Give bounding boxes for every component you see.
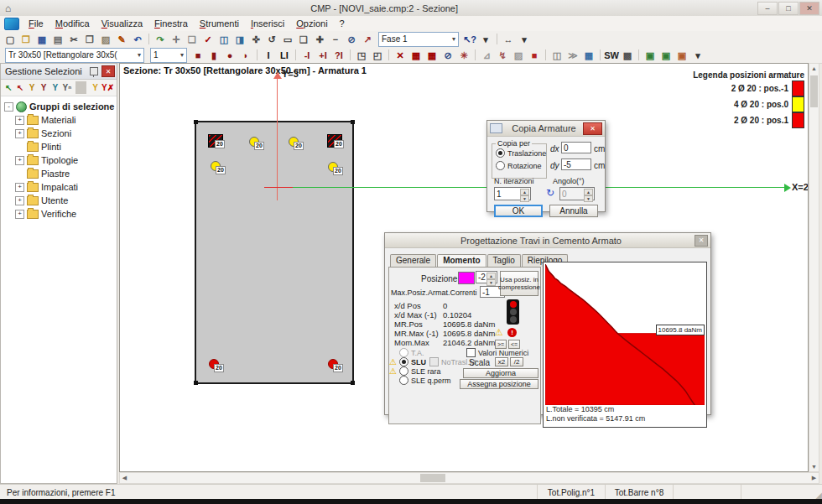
separator[interactable] [600, 49, 601, 60]
rebar[interactable]: 20 [289, 137, 299, 147]
context-help-icon[interactable]: ↖? [462, 33, 477, 46]
dimension-icon[interactable]: ↔ [501, 33, 516, 46]
stirrup2-icon[interactable]: ▦ [424, 49, 440, 62]
panel-close-button[interactable]: ✕ [101, 65, 115, 77]
beam-li-icon[interactable]: LI [277, 49, 292, 62]
rectangle-icon[interactable]: ▭ [280, 33, 295, 46]
radio-icon[interactable] [399, 366, 408, 376]
tree-item[interactable]: + Verifiche [4, 207, 117, 221]
inv-selection-icon[interactable]: Y [50, 81, 61, 94]
spin-down-icon[interactable]: ▼ [486, 279, 496, 286]
fase-select[interactable]: Fase 1 ▾ [378, 32, 459, 47]
valori-numerici-checkbox[interactable]: Valori Numerici [466, 348, 528, 357]
tab[interactable]: Generale [390, 254, 436, 267]
tree-toggle[interactable]: + [15, 183, 24, 192]
scroll-up-icon[interactable]: ▲ [809, 64, 819, 73]
close-icon[interactable]: ✕ [695, 235, 708, 247]
sub-selection-icon[interactable]: Y [39, 81, 49, 94]
query-rebar-icon[interactable]: ?I [331, 49, 346, 62]
zoom-in-icon[interactable]: ✚ [312, 33, 327, 46]
posizione-color-swatch[interactable] [458, 272, 475, 284]
section-poly-icon[interactable]: ◗ [238, 49, 253, 62]
separator[interactable] [497, 34, 497, 44]
remove-rebar-icon[interactable]: -I [299, 49, 315, 62]
dropdown-arrow-icon[interactable]: ▾ [478, 33, 493, 46]
scala-div2-button[interactable]: /2 [510, 357, 523, 366]
tree-item[interactable]: + Materiali [4, 113, 117, 127]
add-selection-icon[interactable]: ↖ [15, 81, 26, 94]
radio-slu[interactable]: SLU [399, 357, 426, 366]
menu-item[interactable]: Opzioni [290, 18, 333, 30]
menu-item[interactable]: Visualizza [96, 18, 148, 30]
radio-icon[interactable] [399, 357, 408, 366]
measure-icon[interactable]: ⊘ [344, 33, 359, 46]
save-icon[interactable]: ▦ [34, 33, 49, 46]
separator[interactable] [475, 49, 476, 60]
radio-rotazione[interactable]: Rotazione [496, 161, 542, 170]
radio-traslazione[interactable]: Traslazione [496, 148, 546, 158]
tree-toggle[interactable] [15, 169, 24, 179]
clear-filter-icon[interactable]: Y✗ [101, 81, 114, 94]
angolo-spinner[interactable]: 0 ▲▼ [559, 187, 595, 200]
beam-i-icon[interactable]: I [261, 49, 276, 62]
tree-item[interactable]: Plinti [4, 140, 117, 153]
menu-item[interactable]: Inserisci [245, 18, 290, 30]
annulla-button[interactable]: Annulla [549, 205, 598, 217]
frame-red-icon[interactable]: ▣ [674, 49, 689, 62]
spin-up-icon[interactable]: ▲ [520, 189, 529, 195]
separator[interactable] [295, 49, 296, 60]
radio-icon[interactable] [496, 148, 505, 158]
dialog-titlebar[interactable]: Copia Armature ✕ [487, 121, 605, 137]
menu-item[interactable]: Finestra [148, 18, 194, 30]
corner-handle[interactable] [351, 381, 355, 385]
snap-icon[interactable]: ↗ [360, 33, 375, 46]
rebar[interactable]: 20 [208, 134, 223, 148]
separator[interactable] [545, 49, 546, 60]
split-horizontal-icon[interactable]: ◫ [216, 33, 232, 46]
assegna-posizione-button[interactable]: Assegna posizione [460, 379, 538, 389]
close-button[interactable]: ✕ [799, 2, 819, 15]
separator[interactable] [148, 34, 149, 44]
radio-icon[interactable] [399, 376, 408, 385]
separator[interactable] [638, 49, 639, 60]
delete-bars-icon[interactable]: ✕ [393, 49, 408, 62]
hatch-icon[interactable]: ▨ [511, 49, 526, 62]
home-icon[interactable]: ⌂ [5, 3, 11, 14]
mesh-icon[interactable]: ▩ [620, 49, 635, 62]
tree-toggle[interactable]: + [15, 156, 24, 165]
armatura-count-select[interactable]: 1 ▾ [150, 48, 187, 63]
section-square-icon[interactable]: ■ [190, 49, 206, 62]
vertical-scroll-thumb[interactable] [810, 75, 818, 107]
rebar[interactable]: 20 [328, 359, 338, 369]
radio-icon[interactable] [496, 161, 505, 170]
rebar[interactable]: 20 [327, 134, 342, 148]
split-vertical-icon[interactable]: ◨ [232, 33, 247, 46]
checkbox-icon[interactable] [466, 348, 476, 357]
print-icon[interactable]: ▤ [50, 33, 65, 46]
spin-down-icon[interactable]: ▼ [520, 195, 529, 202]
pan-icon[interactable]: ✛ [169, 33, 184, 46]
arrows-icon[interactable]: ≫ [565, 49, 580, 62]
redo-icon[interactable]: ↷ [153, 33, 168, 46]
spin-down-icon[interactable]: ▼ [584, 195, 593, 202]
zoom-out-icon[interactable]: − [328, 33, 343, 46]
tree-item[interactable]: + Sezioni [4, 127, 117, 140]
scala-x2-button[interactable]: x2 [495, 357, 508, 366]
corner-a-icon[interactable]: ◳ [354, 49, 369, 62]
radio-sle-qperm[interactable]: SLE q.perm [399, 376, 451, 385]
frame-green2-icon[interactable]: ▣ [658, 49, 674, 62]
new-selection-icon[interactable]: ↖ [3, 81, 14, 94]
undo-icon[interactable]: ↶ [130, 33, 145, 46]
horizontal-scrollbar[interactable]: ◀ ▶ [119, 472, 819, 484]
separator[interactable] [257, 49, 258, 60]
tree-toggle[interactable] [15, 143, 24, 152]
maximize-button[interactable]: □ [778, 2, 799, 15]
rebar[interactable]: 20 [209, 359, 219, 369]
section-select[interactable]: Tr 30x50 [Rettangolare 30x5( ▾ [5, 48, 144, 63]
tree-toggle[interactable]: + [15, 210, 24, 219]
move-icon[interactable]: ✜ [248, 33, 263, 46]
rebar[interactable]: 20 [328, 162, 338, 172]
corner-b-icon[interactable]: ◰ [370, 49, 385, 62]
scroll-down-icon[interactable]: ▼ [809, 462, 819, 471]
close-icon[interactable]: ✕ [583, 122, 602, 135]
